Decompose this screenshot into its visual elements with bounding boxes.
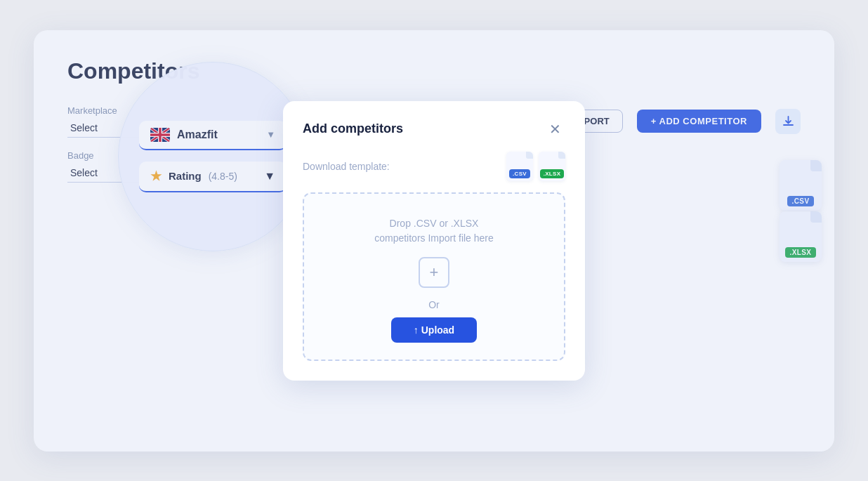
csv-template-button[interactable]: .CSV — [506, 152, 533, 181]
add-competitors-modal: Add competitors ✕ Download template: .CS… — [283, 101, 585, 381]
download-template-label: Download template: — [303, 161, 390, 172]
drop-text-line2: competitors Import file here — [374, 232, 494, 244]
drop-plus-icon: + — [419, 257, 449, 288]
csv-template-badge: .CSV — [509, 169, 530, 178]
xlsx-template-button[interactable]: .XLSX — [539, 152, 565, 181]
download-template-row: Download template: .CSV .XLSX — [303, 152, 565, 181]
drop-or-label: Or — [428, 299, 440, 310]
main-card: Competitors Marketplace Select Amazon UK… — [34, 30, 834, 452]
xlsx-template-badge: .XLSX — [540, 169, 565, 178]
upload-button[interactable]: ↑ Upload — [391, 317, 477, 343]
modal-overlay: Add competitors ✕ Download template: .CS… — [34, 30, 834, 452]
modal-close-button[interactable]: ✕ — [545, 121, 565, 138]
drop-zone[interactable]: Drop .CSV or .XLSX competitors Import fi… — [303, 192, 565, 361]
modal-title: Add competitors — [303, 121, 403, 136]
template-badges: .CSV .XLSX — [506, 152, 565, 181]
upload-label: ↑ Upload — [414, 324, 454, 336]
modal-header: Add competitors ✕ — [303, 121, 565, 138]
drop-zone-text: Drop .CSV or .XLSX competitors Import fi… — [374, 216, 494, 246]
drop-text-line1: Drop .CSV or .XLSX — [390, 218, 479, 229]
